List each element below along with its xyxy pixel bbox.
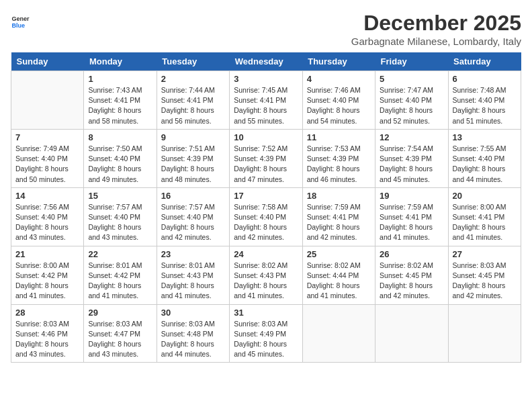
day-info: Sunrise: 7:59 AM Sunset: 4:41 PM Dayligh… — [307, 202, 371, 243]
calendar-cell: 23Sunrise: 8:01 AM Sunset: 4:43 PM Dayli… — [157, 246, 229, 304]
day-number: 16 — [161, 191, 225, 201]
calendar-table: SundayMondayTuesdayWednesdayThursdayFrid… — [11, 52, 521, 363]
logo: General Blue — [11, 11, 30, 30]
day-info: Sunrise: 7:46 AM Sunset: 4:40 PM Dayligh… — [307, 85, 371, 126]
day-info: Sunrise: 8:02 AM Sunset: 4:44 PM Dayligh… — [307, 261, 371, 302]
weekday-header-thursday: Thursday — [302, 52, 375, 71]
location-subtitle: Garbagnate Milanese, Lombardy, Italy — [351, 36, 521, 47]
day-number: 10 — [234, 132, 298, 142]
calendar-cell: 5Sunrise: 7:47 AM Sunset: 4:40 PM Daylig… — [375, 71, 448, 130]
calendar-cell: 6Sunrise: 7:48 AM Sunset: 4:40 PM Daylig… — [448, 71, 521, 130]
day-number: 29 — [88, 308, 152, 318]
day-number: 3 — [234, 74, 298, 84]
day-number: 11 — [307, 132, 371, 142]
calendar-cell: 25Sunrise: 8:02 AM Sunset: 4:44 PM Dayli… — [302, 246, 375, 304]
day-info: Sunrise: 8:03 AM Sunset: 4:48 PM Dayligh… — [161, 319, 225, 360]
calendar-cell: 27Sunrise: 8:03 AM Sunset: 4:45 PM Dayli… — [448, 246, 521, 304]
day-number: 8 — [88, 132, 152, 142]
day-number: 19 — [380, 191, 443, 201]
day-info: Sunrise: 8:01 AM Sunset: 4:42 PM Dayligh… — [88, 261, 152, 302]
day-info: Sunrise: 7:45 AM Sunset: 4:41 PM Dayligh… — [234, 85, 298, 126]
calendar-cell: 3Sunrise: 7:45 AM Sunset: 4:41 PM Daylig… — [230, 71, 302, 130]
week-row-5: 28Sunrise: 8:03 AM Sunset: 4:46 PM Dayli… — [11, 304, 521, 363]
day-number: 4 — [307, 74, 371, 84]
calendar-cell: 7Sunrise: 7:49 AM Sunset: 4:40 PM Daylig… — [11, 129, 84, 187]
day-info: Sunrise: 8:03 AM Sunset: 4:47 PM Dayligh… — [88, 319, 152, 360]
calendar-cell: 24Sunrise: 8:02 AM Sunset: 4:43 PM Dayli… — [230, 246, 302, 304]
day-info: Sunrise: 7:43 AM Sunset: 4:41 PM Dayligh… — [88, 85, 152, 126]
weekday-header-saturday: Saturday — [448, 52, 521, 71]
day-number: 22 — [88, 249, 152, 259]
day-info: Sunrise: 8:00 AM Sunset: 4:41 PM Dayligh… — [453, 202, 517, 243]
calendar-cell: 22Sunrise: 8:01 AM Sunset: 4:42 PM Dayli… — [84, 246, 157, 304]
day-info: Sunrise: 8:02 AM Sunset: 4:43 PM Dayligh… — [234, 261, 298, 302]
day-info: Sunrise: 7:51 AM Sunset: 4:39 PM Dayligh… — [161, 144, 225, 185]
day-info: Sunrise: 7:57 AM Sunset: 4:40 PM Dayligh… — [161, 202, 225, 243]
day-info: Sunrise: 7:47 AM Sunset: 4:40 PM Dayligh… — [380, 85, 443, 126]
day-number: 7 — [15, 132, 79, 142]
day-number: 15 — [88, 191, 152, 201]
day-info: Sunrise: 7:58 AM Sunset: 4:40 PM Dayligh… — [234, 202, 298, 243]
day-info: Sunrise: 8:01 AM Sunset: 4:43 PM Dayligh… — [161, 261, 225, 302]
calendar-cell: 11Sunrise: 7:53 AM Sunset: 4:39 PM Dayli… — [302, 129, 375, 187]
calendar-cell: 31Sunrise: 8:03 AM Sunset: 4:49 PM Dayli… — [230, 304, 302, 363]
day-info: Sunrise: 7:56 AM Sunset: 4:40 PM Dayligh… — [15, 202, 79, 243]
calendar-cell: 10Sunrise: 7:52 AM Sunset: 4:39 PM Dayli… — [230, 129, 302, 187]
weekday-header-tuesday: Tuesday — [157, 52, 229, 71]
calendar-cell: 21Sunrise: 8:00 AM Sunset: 4:42 PM Dayli… — [11, 246, 84, 304]
calendar-cell: 1Sunrise: 7:43 AM Sunset: 4:41 PM Daylig… — [84, 71, 157, 130]
day-number: 6 — [453, 74, 517, 84]
week-row-1: 1Sunrise: 7:43 AM Sunset: 4:41 PM Daylig… — [11, 71, 521, 130]
calendar-cell: 2Sunrise: 7:44 AM Sunset: 4:41 PM Daylig… — [157, 71, 229, 130]
svg-text:Blue: Blue — [11, 22, 25, 29]
day-info: Sunrise: 8:03 AM Sunset: 4:45 PM Dayligh… — [453, 261, 517, 302]
day-number: 17 — [234, 191, 298, 201]
week-row-2: 7Sunrise: 7:49 AM Sunset: 4:40 PM Daylig… — [11, 129, 521, 187]
calendar-cell: 4Sunrise: 7:46 AM Sunset: 4:40 PM Daylig… — [302, 71, 375, 130]
title-block: December 2025 Garbagnate Milanese, Lomba… — [351, 11, 521, 47]
day-number: 2 — [161, 74, 225, 84]
day-number: 12 — [380, 132, 443, 142]
day-info: Sunrise: 8:02 AM Sunset: 4:45 PM Dayligh… — [380, 261, 443, 302]
calendar-cell: 19Sunrise: 7:59 AM Sunset: 4:41 PM Dayli… — [375, 187, 448, 246]
weekday-header-friday: Friday — [375, 52, 448, 71]
day-info: Sunrise: 7:44 AM Sunset: 4:41 PM Dayligh… — [161, 85, 225, 126]
calendar-cell: 13Sunrise: 7:55 AM Sunset: 4:40 PM Dayli… — [448, 129, 521, 187]
day-number: 24 — [234, 249, 298, 259]
day-info: Sunrise: 7:57 AM Sunset: 4:40 PM Dayligh… — [88, 202, 152, 243]
calendar-cell: 14Sunrise: 7:56 AM Sunset: 4:40 PM Dayli… — [11, 187, 84, 246]
day-number: 5 — [380, 74, 443, 84]
calendar-cell — [375, 304, 448, 363]
weekday-header-sunday: Sunday — [11, 52, 84, 71]
calendar-cell: 15Sunrise: 7:57 AM Sunset: 4:40 PM Dayli… — [84, 187, 157, 246]
day-number: 1 — [88, 74, 152, 84]
day-number: 9 — [161, 132, 225, 142]
weekday-header-row: SundayMondayTuesdayWednesdayThursdayFrid… — [11, 52, 521, 71]
week-row-4: 21Sunrise: 8:00 AM Sunset: 4:42 PM Dayli… — [11, 246, 521, 304]
page-header: General Blue December 2025 Garbagnate Mi… — [11, 11, 521, 47]
calendar-cell: 29Sunrise: 8:03 AM Sunset: 4:47 PM Dayli… — [84, 304, 157, 363]
day-number: 25 — [307, 249, 371, 259]
calendar-cell: 12Sunrise: 7:54 AM Sunset: 4:39 PM Dayli… — [375, 129, 448, 187]
day-info: Sunrise: 8:03 AM Sunset: 4:46 PM Dayligh… — [15, 319, 79, 360]
calendar-cell — [448, 304, 521, 363]
week-row-3: 14Sunrise: 7:56 AM Sunset: 4:40 PM Dayli… — [11, 187, 521, 246]
day-number: 18 — [307, 191, 371, 201]
weekday-header-monday: Monday — [84, 52, 157, 71]
day-info: Sunrise: 7:48 AM Sunset: 4:40 PM Dayligh… — [453, 85, 517, 126]
day-number: 26 — [380, 249, 443, 259]
calendar-cell: 26Sunrise: 8:02 AM Sunset: 4:45 PM Dayli… — [375, 246, 448, 304]
day-number: 30 — [161, 308, 225, 318]
day-number: 23 — [161, 249, 225, 259]
month-title: December 2025 — [351, 11, 521, 36]
calendar-cell: 17Sunrise: 7:58 AM Sunset: 4:40 PM Dayli… — [230, 187, 302, 246]
calendar-cell: 9Sunrise: 7:51 AM Sunset: 4:39 PM Daylig… — [157, 129, 229, 187]
day-number: 28 — [15, 308, 79, 318]
day-info: Sunrise: 7:50 AM Sunset: 4:40 PM Dayligh… — [88, 144, 152, 185]
day-info: Sunrise: 7:52 AM Sunset: 4:39 PM Dayligh… — [234, 144, 298, 185]
day-info: Sunrise: 7:55 AM Sunset: 4:40 PM Dayligh… — [453, 144, 517, 185]
calendar-cell: 30Sunrise: 8:03 AM Sunset: 4:48 PM Dayli… — [157, 304, 229, 363]
calendar-cell: 8Sunrise: 7:50 AM Sunset: 4:40 PM Daylig… — [84, 129, 157, 187]
calendar-cell: 16Sunrise: 7:57 AM Sunset: 4:40 PM Dayli… — [157, 187, 229, 246]
day-number: 13 — [453, 132, 517, 142]
